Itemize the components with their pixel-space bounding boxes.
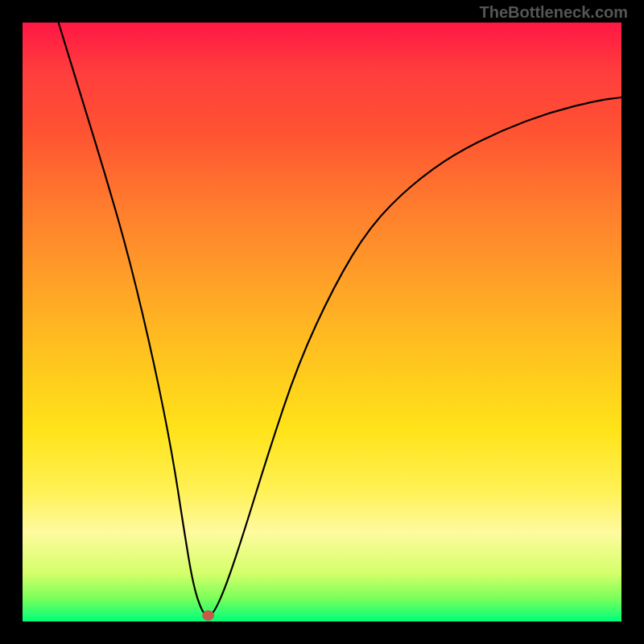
- curve-svg: [23, 23, 621, 621]
- watermark-text: TheBottleneck.com: [480, 3, 628, 22]
- minimum-marker: [203, 611, 214, 621]
- bottleneck-curve: [59, 23, 621, 615]
- plot-area: [23, 23, 621, 621]
